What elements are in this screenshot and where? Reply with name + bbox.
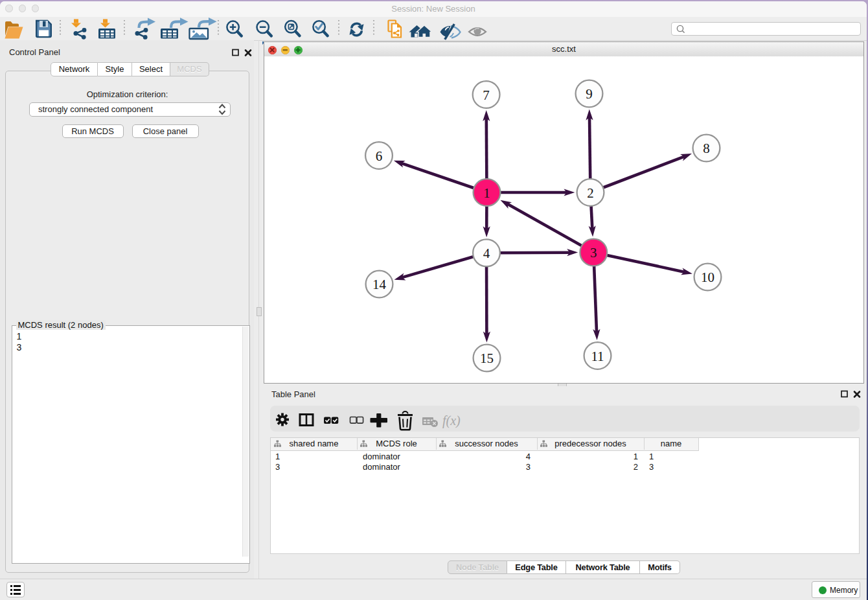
svg-text:9: 9 xyxy=(586,86,593,102)
svg-text:11: 11 xyxy=(591,349,604,364)
svg-text:14: 14 xyxy=(372,277,387,292)
svg-text:1: 1 xyxy=(483,185,490,201)
svg-text:10: 10 xyxy=(701,270,714,285)
svg-text:7: 7 xyxy=(483,87,490,103)
svg-text:4: 4 xyxy=(483,246,490,261)
svg-text:2: 2 xyxy=(587,185,594,201)
svg-text:f(x): f(x) xyxy=(442,413,461,428)
svg-text:8: 8 xyxy=(703,141,710,156)
svg-text:15: 15 xyxy=(480,351,494,366)
svg-text:6: 6 xyxy=(376,148,383,164)
svg-text:3: 3 xyxy=(590,245,597,260)
